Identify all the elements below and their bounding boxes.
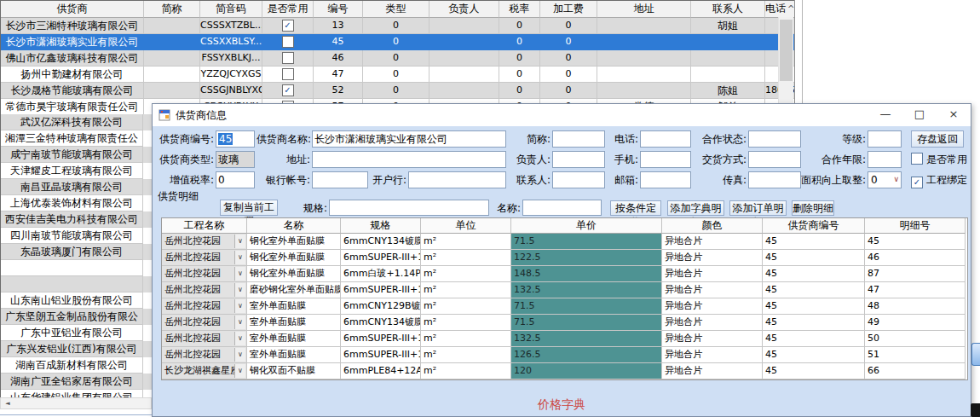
- col-header-type[interactable]: 类型: [363, 1, 429, 18]
- price-grid-row[interactable]: 长沙龙湖祺鑫星座钢化双面不贴膜6mmPLE84+12A(硅酮胶...m²120异…: [162, 363, 967, 379]
- grid-col-spec[interactable]: 规格: [341, 218, 421, 234]
- col-header-contact[interactable]: 联系人: [691, 1, 765, 18]
- supplier-list-item[interactable]: 东晶玻璃厦门有限公司: [1, 244, 152, 260]
- common-checkbox[interactable]: [282, 68, 294, 80]
- col-header-phone[interactable]: 电话^: [765, 1, 795, 18]
- grid-col-color[interactable]: 颜色: [662, 218, 763, 234]
- vertical-scrollbar-thumb[interactable]: [780, 20, 793, 81]
- horizontal-scrollbar[interactable]: [0, 397, 152, 409]
- col-header-lead[interactable]: 负责人: [429, 1, 499, 18]
- is-common-checkbox[interactable]: 是否常用: [911, 151, 967, 168]
- close-button[interactable]: ×: [937, 104, 971, 126]
- mobile-input[interactable]: [640, 151, 691, 168]
- combo-arrow-icon[interactable]: [234, 267, 245, 281]
- price-grid-row[interactable]: 岳州北控花园磨砂钢化室外单面贴膜6mmSUPER-III+12A(硅...m²1…: [162, 282, 967, 298]
- col-header-supplier[interactable]: 供货商: [1, 1, 144, 18]
- supplier-list-item[interactable]: 天津耀皮工程玻璃有限公司: [1, 163, 152, 179]
- project-combo-cell[interactable]: 岳州北控花园: [162, 250, 247, 266]
- col-header-common[interactable]: 是否常用: [262, 1, 314, 18]
- locate-button[interactable]: 按条件定位: [610, 200, 661, 216]
- supplier-list-item[interactable]: 咸宁南玻节能玻璃有限公司: [1, 147, 152, 163]
- bank-account-input[interactable]: [312, 171, 368, 188]
- col-header-id[interactable]: 编号: [314, 1, 363, 18]
- common-checkbox[interactable]: ✓: [282, 20, 294, 32]
- supplier-list-item[interactable]: 湖南百成新材料有限公司: [1, 357, 152, 374]
- col-header-addr[interactable]: 地址: [597, 1, 691, 18]
- combo-arrow-icon[interactable]: [234, 235, 245, 248]
- grid-col-project[interactable]: 工程名称: [162, 218, 247, 234]
- supplier-list-item[interactable]: 广东坚朗五金制品股份有限公司: [1, 309, 152, 325]
- email-input[interactable]: [640, 171, 691, 188]
- supplier-list-item[interactable]: 武汉亿深科技有限公司: [1, 114, 152, 130]
- address-input[interactable]: [312, 151, 506, 168]
- grid-col-price[interactable]: 单价: [511, 218, 662, 234]
- supplier-name-input[interactable]: [312, 130, 506, 148]
- supplier-table-row[interactable]: 扬州中勤建材有限公司YZZQJCYXGS47000: [1, 67, 795, 83]
- supplier-list-item[interactable]: 四川南玻节能玻璃有限公司: [1, 228, 152, 244]
- save-return-button[interactable]: 存盘返回: [911, 130, 964, 148]
- combo-arrow-icon[interactable]: [234, 316, 245, 329]
- delete-detail-button[interactable]: 删除明细: [792, 200, 834, 216]
- name-input[interactable]: [522, 200, 602, 216]
- coop-years-input[interactable]: [868, 151, 902, 168]
- bank-input[interactable]: [408, 171, 506, 188]
- combo-arrow-icon[interactable]: [234, 364, 245, 378]
- dialog-titlebar[interactable]: 供货商信息 — □ ×: [153, 104, 971, 126]
- price-grid-row[interactable]: 岳州北控花园钢化室外单面贴膜6mmSUPER-III+12A(硅...m²122…: [162, 250, 967, 266]
- project-combo-cell[interactable]: 岳州北控花园: [162, 331, 247, 347]
- combo-arrow-icon[interactable]: [234, 348, 245, 362]
- project-combo-cell[interactable]: 岳州北控花园: [162, 315, 247, 331]
- supplier-list-item[interactable]: 南昌亚晶玻璃有限公司: [1, 179, 152, 195]
- supplier-list-item[interactable]: 广东兴发铝业(江西)有限公司: [1, 341, 152, 357]
- supplier-list-item[interactable]: 上海优泰装饰材料有限公司: [1, 195, 152, 211]
- spec-input[interactable]: [329, 200, 489, 216]
- supplier-list-item[interactable]: 广东中亚铝业有限公司: [1, 325, 152, 341]
- price-grid-row[interactable]: 岳州北控花园室外单面贴膜6mmSUPER-III+12A(硅...m²126.5…: [162, 347, 967, 363]
- supplier-list-item[interactable]: [1, 276, 152, 292]
- combo-arrow-icon[interactable]: [234, 299, 245, 313]
- phone-input[interactable]: [640, 130, 691, 148]
- col-header-code[interactable]: 简音码: [200, 1, 262, 18]
- maximize-button[interactable]: □: [902, 104, 937, 126]
- col-header-abbr[interactable]: 简称: [144, 1, 200, 18]
- grid-col-name[interactable]: 名称: [247, 218, 341, 234]
- combo-arrow-icon[interactable]: [234, 251, 245, 264]
- supplier-no-input[interactable]: 45: [216, 130, 255, 148]
- project-combo-cell[interactable]: 岳州北控花园: [162, 266, 247, 282]
- add-dict-detail-button[interactable]: 添加字典明细: [667, 200, 724, 216]
- project-combo-cell[interactable]: 岳州北控花园: [162, 347, 247, 363]
- add-order-detail-button[interactable]: 添加订单明细: [729, 200, 787, 216]
- minimize-button[interactable]: —: [868, 104, 902, 126]
- vat-input[interactable]: [216, 171, 255, 188]
- copy-project-button[interactable]: 复制当前工程: [220, 200, 278, 216]
- price-grid-row[interactable]: 岳州北控花园室外单面贴膜6mmSUPER-III+12A(硅...m²132.5…: [162, 331, 967, 347]
- price-grid-row[interactable]: 岳州北控花园钢化室外单面贴膜6mmCNY134镀膜钢化m²71.5异地合片454…: [162, 234, 967, 250]
- grade-input[interactable]: [868, 130, 902, 148]
- area-round-combo[interactable]: 0: [868, 171, 902, 188]
- price-grid-row[interactable]: 岳州北控花园室外单面贴膜6mmCNY129B镀膜钢化m²71.5异地合片4548: [162, 298, 967, 315]
- supplier-table-row[interactable]: 佛山市亿鑫玻璃科技有限公司FSSYXBLKJ...46000: [1, 50, 795, 67]
- supplier-table-row[interactable]: 长沙市三湘特种玻璃有限公司CSSSXTZBL...✓13000胡姐: [1, 18, 795, 34]
- grid-col-detail-no[interactable]: 明细号: [865, 218, 966, 234]
- partial-blue-button[interactable]: [971, 343, 980, 366]
- price-grid-row[interactable]: 岳州北控花园钢化室外单面贴膜6mm白玻+1.14PVB+6mm...m²148.…: [162, 266, 967, 282]
- supplier-list-item[interactable]: 西安佳吉美电力科技有限公司: [1, 211, 152, 228]
- common-checkbox[interactable]: [282, 52, 294, 64]
- supplier-list-item[interactable]: [1, 260, 152, 276]
- supplier-list-item[interactable]: 湖南广亚全铝家居有限公司: [1, 374, 152, 390]
- col-header-tax[interactable]: 税率: [499, 1, 540, 18]
- project-combo-cell[interactable]: 岳州北控花园: [162, 298, 247, 315]
- supplier-type-input[interactable]: [216, 151, 255, 168]
- common-checkbox[interactable]: [282, 36, 294, 48]
- supplier-list-item[interactable]: 山东南山铝业股份有限公司: [1, 292, 152, 309]
- project-combo-cell[interactable]: 长沙龙湖祺鑫星座: [162, 363, 247, 379]
- combo-arrow-icon[interactable]: [234, 332, 245, 345]
- common-checkbox[interactable]: ✓: [282, 84, 294, 96]
- supplier-table-row[interactable]: 长沙市潇湘玻璃实业有限公司CSSXXBLSY...45000: [1, 34, 795, 50]
- combo-arrow-icon[interactable]: [234, 283, 245, 297]
- project-combo-cell[interactable]: 岳州北控花园: [162, 234, 247, 250]
- dropdown-arrow-icon[interactable]: [893, 175, 899, 183]
- price-grid-row[interactable]: 岳州北控花园室外单面贴膜6mmCNY134镀膜钢化m²71.5异地合片4549: [162, 315, 967, 331]
- project-combo-cell[interactable]: 岳州北控花园: [162, 282, 247, 298]
- grid-col-supplier-no[interactable]: 供货商编号: [763, 218, 865, 234]
